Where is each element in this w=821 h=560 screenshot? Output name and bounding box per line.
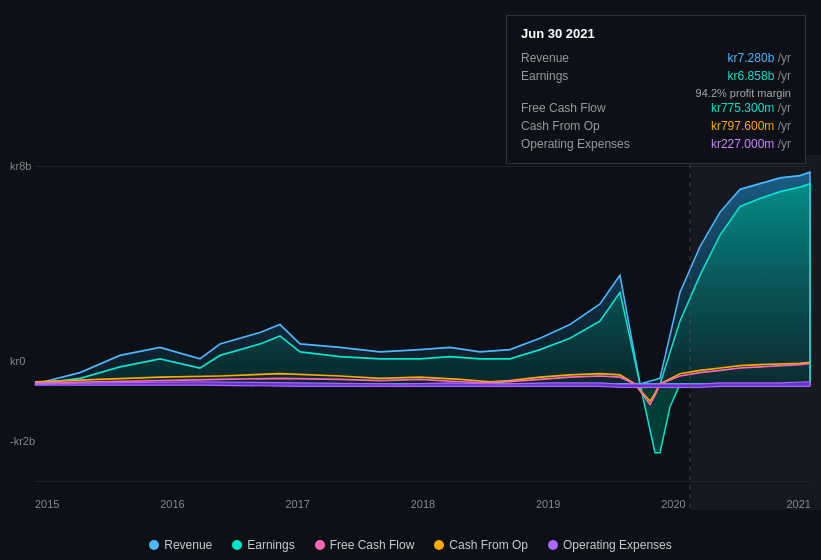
x-axis: 2015 2016 2017 2018 2019 2020 2021 [35,498,811,510]
tooltip-cashop-row: Cash From Op kr797.600m /yr [521,117,791,135]
tooltip-opex-label: Operating Expenses [521,137,630,151]
x-label-2019: 2019 [536,498,560,510]
x-label-2015: 2015 [35,498,59,510]
tooltip-revenue-value: kr7.280b /yr [728,51,791,65]
x-label-2018: 2018 [411,498,435,510]
tooltip-profit-margin: 94.2% profit margin [521,87,791,99]
tooltip-earnings-value: kr6.858b /yr [728,69,791,83]
tooltip-earnings-row: Earnings kr6.858b /yr [521,67,791,85]
legend-cashop-label: Cash From Op [449,538,528,552]
legend-revenue-label: Revenue [164,538,212,552]
tooltip-panel: Jun 30 2021 Revenue kr7.280b /yr Earning… [506,15,806,164]
x-label-2021: 2021 [787,498,811,510]
x-label-2020: 2020 [661,498,685,510]
tooltip-fcf-value: kr775.300m /yr [711,101,791,115]
tooltip-revenue-row: Revenue kr7.280b /yr [521,49,791,67]
chart-area: kr8b kr0 -kr2b [0,155,821,510]
tooltip-fcf-label: Free Cash Flow [521,101,606,115]
tooltip-earnings-label: Earnings [521,69,568,83]
legend-cashop-dot [434,540,444,550]
chart-svg [0,155,821,510]
tooltip-opex-value: kr227.000m /yr [711,137,791,151]
legend-earnings: Earnings [232,538,294,552]
tooltip-title: Jun 30 2021 [521,26,791,41]
tooltip-cashop-label: Cash From Op [521,119,600,133]
tooltip-revenue-label: Revenue [521,51,569,65]
legend-revenue: Revenue [149,538,212,552]
legend-cashop: Cash From Op [434,538,528,552]
legend-opex: Operating Expenses [548,538,672,552]
legend-fcf-dot [315,540,325,550]
tooltip-opex-row: Operating Expenses kr227.000m /yr [521,135,791,153]
legend-fcf-label: Free Cash Flow [330,538,415,552]
chart-legend: Revenue Earnings Free Cash Flow Cash Fro… [0,538,821,552]
legend-fcf: Free Cash Flow [315,538,415,552]
legend-opex-dot [548,540,558,550]
tooltip-fcf-row: Free Cash Flow kr775.300m /yr [521,99,791,117]
legend-earnings-dot [232,540,242,550]
legend-revenue-dot [149,540,159,550]
x-label-2016: 2016 [160,498,184,510]
tooltip-cashop-value: kr797.600m /yr [711,119,791,133]
x-label-2017: 2017 [286,498,310,510]
legend-opex-label: Operating Expenses [563,538,672,552]
legend-earnings-label: Earnings [247,538,294,552]
